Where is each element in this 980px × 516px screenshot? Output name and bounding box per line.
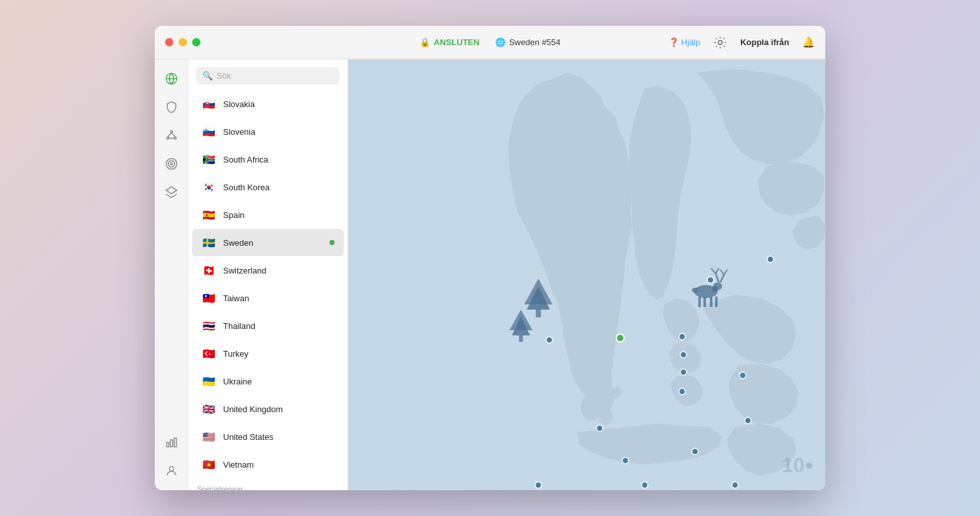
search-input[interactable]	[217, 71, 333, 81]
country-name-taiwan: Taiwan	[223, 293, 249, 303]
lock-icon: 🔒	[420, 37, 430, 47]
server-dot-south2[interactable]	[642, 482, 648, 488]
country-item-slovenia[interactable]: 🇸🇮Slovenia	[192, 118, 344, 145]
search-bar: 🔍	[188, 59, 348, 90]
server-dot-south1[interactable]	[535, 482, 542, 488]
country-name-united-states: United States	[223, 432, 273, 442]
main-content: 🔍 🇸🇰Slovakia🇸🇮Slovenia🇿🇦South Africa🇰🇷So…	[155, 59, 825, 490]
country-name-slovakia: Slovakia	[223, 99, 255, 109]
country-item-sweden[interactable]: 🇸🇪Sweden	[192, 229, 344, 256]
server-name: Sweden #554	[509, 37, 561, 47]
minimize-button[interactable]	[179, 38, 187, 46]
country-panel: 🔍 🇸🇰Slovakia🇸🇮Slovenia🇿🇦South Africa🇰🇷So…	[188, 59, 348, 490]
server-dot-spb[interactable]	[707, 277, 714, 283]
server-dot-tallinn[interactable]	[680, 352, 687, 358]
country-flag-south-africa: 🇿🇦	[201, 152, 217, 167]
server-dot-south3[interactable]	[732, 482, 738, 488]
sidebar-item-globe[interactable]	[160, 67, 183, 90]
svg-rect-12	[166, 442, 168, 447]
help-label: Hjälp	[681, 37, 701, 47]
svg-point-10	[170, 163, 172, 164]
server-dot-moscow[interactable]	[767, 256, 774, 263]
server-dot-minsk[interactable]	[740, 372, 746, 379]
country-item-united-kingdom[interactable]: 🇬🇧United Kingdom	[192, 395, 344, 422]
country-flag-sweden: 🇸🇪	[201, 235, 217, 250]
version-watermark: 10	[781, 453, 812, 477]
search-input-wrap[interactable]: 🔍	[196, 67, 340, 84]
country-flag-spain: 🇪🇸	[201, 207, 217, 223]
svg-point-2	[170, 131, 172, 133]
country-name-switzerland: Switzerland	[223, 266, 266, 275]
country-item-spain[interactable]: 🇪🇸Spain	[192, 201, 344, 228]
svg-point-9	[168, 161, 175, 167]
sidebar-item-layers[interactable]	[160, 181, 183, 204]
country-item-south-africa[interactable]: 🇿🇦South Africa	[192, 146, 344, 173]
country-item-turkey[interactable]: 🇹🇷Turkey	[192, 340, 344, 367]
svg-marker-11	[166, 187, 177, 194]
svg-point-0	[718, 41, 722, 45]
country-flag-vietnam: 🇻🇳	[201, 457, 217, 472]
sidebar-item-stats[interactable]	[160, 431, 183, 454]
server-dot-kyiv[interactable]	[745, 417, 751, 424]
titlebar-center: 🔒 ANSLUTEN 🌐 Sweden #554	[420, 37, 560, 47]
notification-bell[interactable]: 🔔	[802, 36, 815, 48]
country-flag-slovenia: 🇸🇮	[201, 124, 217, 139]
server-info: 🌐 Sweden #554	[495, 37, 561, 47]
titlebar-right: ❓ Hjälp Koppla ifrån 🔔	[669, 35, 815, 50]
country-name-south-korea: South Korea	[223, 183, 270, 192]
country-item-united-states[interactable]: 🇺🇸United States	[192, 423, 344, 450]
server-dot-vilnius[interactable]	[679, 388, 685, 395]
country-name-thailand: Thailand	[223, 321, 255, 331]
selected-indicator	[329, 240, 335, 245]
sidebar-item-target[interactable]	[160, 152, 183, 175]
app-window: 🔒 ANSLUTEN 🌐 Sweden #554 ❓ Hjälp Koppla …	[155, 26, 825, 490]
traffic-lights	[165, 38, 201, 46]
country-item-thailand[interactable]: 🇹🇭Thailand	[192, 312, 344, 339]
country-flag-taiwan: 🇹🇼	[201, 290, 217, 306]
server-dot-copenhagen[interactable]	[596, 425, 603, 432]
server-dot-riga[interactable]	[680, 369, 687, 375]
server-dot-norway[interactable]	[546, 337, 553, 343]
sidebar-item-shield[interactable]	[160, 95, 183, 119]
status-label: ANSLUTEN	[434, 37, 480, 47]
country-item-south-korea[interactable]: 🇰🇷South Korea	[192, 174, 344, 201]
close-button[interactable]	[165, 38, 173, 46]
svg-rect-28	[703, 297, 706, 307]
help-button[interactable]: ❓ Hjälp	[669, 37, 701, 47]
svg-line-5	[168, 133, 172, 137]
country-name-ukraine: Ukraine	[223, 377, 252, 386]
connection-status: 🔒 ANSLUTEN	[420, 37, 480, 47]
map-area: 10	[348, 59, 825, 490]
country-item-ukraine[interactable]: 🇺🇦Ukraine	[192, 368, 344, 395]
country-flag-ukraine: 🇺🇦	[201, 373, 217, 389]
svg-point-3	[166, 137, 168, 139]
sidebar-item-profile[interactable]	[160, 459, 183, 482]
globe-icon: 🌐	[495, 37, 505, 47]
disconnect-button[interactable]: Koppla ifrån	[740, 37, 789, 47]
map-svg	[348, 59, 825, 490]
maximize-button[interactable]	[192, 38, 201, 46]
country-item-slovakia[interactable]: 🇸🇰Slovakia	[192, 90, 344, 117]
country-item-taiwan[interactable]: 🇹🇼Taiwan	[192, 284, 344, 312]
country-flag-slovakia: 🇸🇰	[201, 96, 217, 112]
country-flag-thailand: 🇹🇭	[201, 318, 217, 333]
country-flag-turkey: 🇹🇷	[201, 346, 217, 361]
settings-button[interactable]	[713, 35, 727, 50]
svg-rect-20	[536, 310, 541, 317]
country-item-vietnam[interactable]: 🇻🇳Vietnam	[192, 451, 344, 478]
svg-rect-27	[698, 297, 701, 307]
sidebar-item-mesh[interactable]	[160, 124, 183, 147]
svg-rect-26	[712, 286, 718, 292]
search-icon: 🔍	[202, 71, 213, 81]
svg-point-8	[166, 159, 177, 170]
server-dot-stockholm[interactable]	[616, 334, 624, 342]
special-servers-label: Specialservrar	[188, 479, 348, 490]
country-flag-south-korea: 🇰🇷	[201, 179, 217, 195]
country-flag-united-kingdom: 🇬🇧	[201, 401, 217, 417]
server-dot-helsinki[interactable]	[679, 333, 685, 340]
svg-rect-14	[174, 438, 176, 446]
country-item-switzerland[interactable]: 🇨🇭Switzerland	[192, 257, 344, 284]
server-dot-warsaw[interactable]	[692, 448, 698, 455]
country-name-south-africa: South Africa	[223, 155, 268, 164]
server-dot-hamburg[interactable]	[622, 457, 629, 464]
